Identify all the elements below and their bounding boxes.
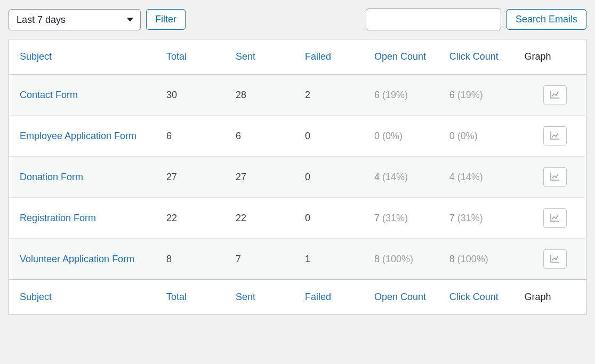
open-count-pct: (14%)	[382, 172, 408, 182]
sent-value: 22	[236, 213, 246, 223]
date-range-select[interactable]: Last 7 days	[9, 9, 141, 30]
table-row: Volunteer Application Form8718 (100%)8 (…	[9, 239, 586, 280]
total-value: 6	[166, 131, 172, 141]
chart-line-icon	[550, 131, 560, 141]
subject-link[interactable]: Donation Form	[20, 172, 83, 182]
open-count-pct: (31%)	[382, 213, 408, 223]
graph-button[interactable]	[543, 249, 567, 269]
column-subject-sort-footer[interactable]: Subject	[20, 292, 52, 302]
click-count-pct: (100%)	[457, 254, 488, 264]
table-row: Contact Form302826 (19%)6 (19%)	[9, 75, 586, 116]
column-total-sort-footer[interactable]: Total	[166, 292, 187, 302]
table-row: Donation Form272704 (14%)4 (14%)	[9, 157, 586, 198]
table-footer-row: Subject Total Sent Failed Open Count Cli…	[9, 280, 586, 315]
open-count-pct: (100%)	[382, 254, 413, 264]
sent-value: 6	[236, 131, 241, 141]
column-sent-sort[interactable]: Sent	[236, 51, 255, 62]
click-count-pct: (31%)	[457, 213, 483, 223]
click-count-value: 7	[449, 213, 455, 223]
column-failed-sort[interactable]: Failed	[305, 51, 331, 62]
click-count-value: 8	[449, 254, 455, 264]
column-click-count-sort-footer[interactable]: Click Count	[449, 292, 498, 302]
toolbar-left: Last 7 days Filter	[9, 9, 186, 30]
column-sent-sort-footer[interactable]: Sent	[236, 292, 255, 302]
column-failed-sort-footer[interactable]: Failed	[305, 292, 331, 302]
sent-value: 28	[236, 90, 246, 100]
open-count-value: 7	[374, 213, 380, 223]
open-count-value: 8	[374, 254, 380, 264]
column-graph-label-footer: Graph	[525, 292, 551, 302]
subject-link[interactable]: Contact Form	[20, 90, 78, 100]
failed-value: 2	[305, 90, 310, 100]
toolbar-region: Last 7 days Filter Search Emails	[9, 9, 586, 30]
click-count-pct: (0%)	[457, 131, 478, 141]
chart-line-icon	[550, 172, 560, 182]
toolbar-right: Search Emails	[366, 9, 586, 30]
click-count-value: 0	[449, 131, 455, 141]
subject-link[interactable]: Registration Form	[20, 213, 96, 223]
total-value: 8	[166, 254, 172, 264]
open-count-value: 4	[374, 172, 380, 182]
click-count-pct: (14%)	[457, 172, 483, 182]
filter-button[interactable]: Filter	[146, 9, 186, 30]
graph-button[interactable]	[543, 126, 567, 145]
failed-value: 0	[305, 213, 310, 223]
subject-link[interactable]: Volunteer Application Form	[20, 254, 134, 264]
email-report-table: Subject Total Sent Failed Open Count Cli…	[9, 39, 586, 315]
graph-button[interactable]	[543, 167, 567, 187]
open-count-value: 6	[374, 90, 380, 100]
sent-value: 27	[236, 172, 246, 182]
click-count-pct: (19%)	[457, 90, 483, 100]
date-range-select-wrap: Last 7 days	[9, 9, 141, 30]
search-input[interactable]	[366, 9, 501, 30]
column-open-count-sort[interactable]: Open Count	[374, 51, 426, 62]
chart-line-icon	[550, 213, 560, 223]
search-emails-button[interactable]: Search Emails	[506, 9, 586, 30]
table-row: Employee Application Form6600 (0%)0 (0%)	[9, 116, 586, 157]
click-count-value: 4	[449, 172, 455, 182]
column-subject-sort[interactable]: Subject	[20, 51, 52, 62]
column-click-count-sort[interactable]: Click Count	[449, 51, 498, 62]
failed-value: 0	[305, 172, 310, 182]
open-count-pct: (0%)	[382, 131, 403, 141]
table-header-row: Subject Total Sent Failed Open Count Cli…	[9, 39, 586, 75]
sent-value: 7	[236, 254, 241, 264]
open-count-value: 0	[374, 131, 380, 141]
graph-button[interactable]	[543, 85, 567, 104]
chart-line-icon	[550, 90, 560, 100]
chart-line-icon	[550, 254, 560, 264]
total-value: 22	[166, 213, 177, 223]
column-graph-label: Graph	[525, 51, 551, 62]
total-value: 30	[166, 90, 177, 100]
failed-value: 0	[305, 131, 310, 141]
graph-button[interactable]	[543, 208, 567, 228]
column-total-sort[interactable]: Total	[166, 51, 187, 62]
open-count-pct: (19%)	[382, 90, 408, 100]
subject-link[interactable]: Employee Application Form	[20, 131, 136, 141]
table-row: Registration Form222207 (31%)7 (31%)	[9, 198, 586, 239]
column-open-count-sort-footer[interactable]: Open Count	[374, 292, 426, 302]
total-value: 27	[166, 172, 177, 182]
failed-value: 1	[305, 254, 310, 264]
click-count-value: 6	[449, 90, 455, 100]
